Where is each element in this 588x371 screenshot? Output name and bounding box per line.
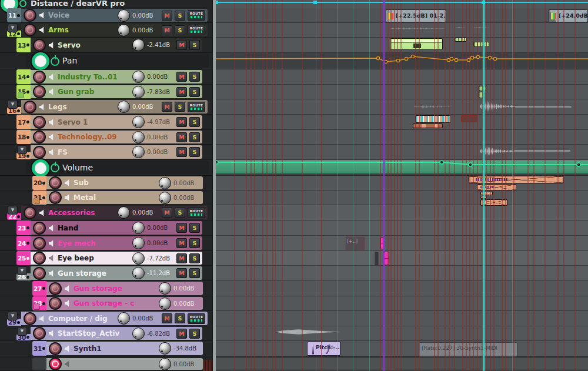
- solo-button[interactable]: S: [189, 117, 200, 127]
- record-arm-button[interactable]: [33, 222, 46, 235]
- volume-knob[interactable]: [118, 101, 130, 113]
- arrange-track-lane[interactable]: [215, 23, 588, 38]
- envelope-circle-icon[interactable]: [32, 52, 49, 70]
- volume-db-value[interactable]: 0.00dB: [173, 361, 201, 367]
- volume-knob[interactable]: [132, 237, 145, 249]
- record-arm-button[interactable]: [33, 267, 46, 280]
- volume-db-value[interactable]: 0.00dB: [147, 225, 174, 231]
- folder-collapse-icon[interactable]: ▼: [17, 145, 27, 154]
- volume-db-value[interactable]: 0.00dB: [147, 73, 174, 80]
- arrange-track-lane[interactable]: [215, 266, 588, 281]
- solo-button[interactable]: S: [175, 11, 185, 21]
- record-monitor-icon[interactable]: [19, 0, 26, 7]
- mute-button[interactable]: M: [162, 25, 172, 35]
- mute-button[interactable]: M: [176, 268, 187, 278]
- volume-envelope-band[interactable]: [215, 161, 588, 173]
- track-row[interactable]: ▼19FS0.00dBMS: [0, 145, 212, 160]
- folder-collapse-icon[interactable]: ▼: [8, 24, 18, 32]
- track-panel[interactable]: Eye mech0.00dBMS: [31, 236, 202, 250]
- track-panel[interactable]: Arms0.00dBMSROUTE: [21, 24, 208, 36]
- volume-db-value[interactable]: 0.00dB: [147, 134, 174, 141]
- solo-button[interactable]: S: [189, 72, 200, 82]
- record-arm-button[interactable]: [33, 146, 46, 159]
- track-number-tab[interactable]: 20: [32, 176, 46, 190]
- track-panel[interactable]: Accessories0.00dBMSROUTE: [21, 206, 208, 219]
- mute-button[interactable]: M: [176, 223, 187, 233]
- volume-db-value[interactable]: 0.00dB: [173, 285, 201, 292]
- arrange-track-lane[interactable]: [215, 205, 588, 220]
- volume-knob[interactable]: [132, 327, 145, 340]
- record-arm-button[interactable]: [33, 85, 46, 98]
- folder-collapse-icon[interactable]: ▼: [8, 206, 18, 215]
- track-row[interactable]: ▼26Gun storage-11.2dBMS: [0, 266, 212, 281]
- track-panel[interactable]: Metal0.00dB: [46, 191, 203, 204]
- track-number-tab[interactable]: 18: [16, 130, 31, 144]
- record-arm-button[interactable]: [49, 357, 62, 370]
- folder-collapse-icon[interactable]: ▼: [8, 100, 18, 109]
- track-row[interactable]: ▼22Accessories0.00dBMSROUTE: [0, 205, 212, 220]
- track-row[interactable]: Volume: [0, 160, 212, 176]
- track-name[interactable]: Synth1: [74, 345, 156, 353]
- mute-button[interactable]: M: [176, 147, 187, 157]
- solo-button[interactable]: S: [175, 208, 185, 218]
- record-arm-button[interactable]: [49, 342, 62, 355]
- track-panel[interactable]: Industry To..010.00dBMS: [31, 70, 202, 83]
- track-panel[interactable]: Gun storage - c0.00dB: [46, 297, 203, 310]
- track-row[interactable]: ▼29Computer / dig0.00dBMSROUTE: [0, 311, 212, 326]
- track-number-tab[interactable]: 27: [32, 281, 46, 296]
- arrange-view[interactable]: [+22.5dB] 01-2...[+24.0dB][+..]Pitch:-..…: [215, 0, 588, 371]
- track-name[interactable]: Sub: [74, 179, 156, 187]
- route-button[interactable]: ROUTE: [188, 102, 205, 112]
- volume-db-value[interactable]: -4.97dB: [147, 119, 174, 125]
- record-arm-button[interactable]: [33, 131, 46, 143]
- track-number-tab[interactable]: 17: [16, 115, 31, 129]
- record-arm-button[interactable]: [49, 191, 62, 204]
- volume-knob[interactable]: [159, 298, 171, 310]
- volume-knob[interactable]: [159, 177, 171, 189]
- solo-button[interactable]: S: [189, 147, 200, 157]
- solo-button[interactable]: S: [189, 223, 200, 233]
- volume-knob[interactable]: [159, 342, 171, 355]
- track-panel[interactable]: Hand0.00dBMS: [31, 221, 202, 235]
- arrange-track-lane[interactable]: [215, 251, 588, 266]
- volume-db-value[interactable]: -6.82dB: [147, 330, 174, 337]
- track-name[interactable]: Voice: [48, 11, 115, 19]
- volume-db-value[interactable]: 0.00dB: [132, 315, 159, 322]
- track-number-tab[interactable]: 23: [16, 220, 31, 235]
- track-name[interactable]: Gun storage: [58, 269, 130, 278]
- track-row[interactable]: 0.00dB: [0, 357, 212, 371]
- record-arm-button[interactable]: [33, 39, 46, 52]
- track-panel[interactable]: StartStop_Activ-6.82dBMS: [31, 327, 202, 340]
- volume-db-value[interactable]: -11.2dB: [147, 270, 174, 276]
- record-arm-button[interactable]: [33, 252, 46, 265]
- track-row[interactable]: 17Servo 1-4.97dBMS: [0, 115, 212, 130]
- solo-button[interactable]: S: [189, 329, 200, 339]
- record-arm-button[interactable]: [49, 176, 62, 189]
- track-name[interactable]: Accessories: [48, 209, 115, 217]
- parent-track-header[interactable]: Distance / dearVR pro: [0, 0, 212, 8]
- volume-knob[interactable]: [132, 252, 145, 265]
- volume-knob[interactable]: [132, 222, 145, 234]
- track-row[interactable]: ▼16Legs0.00dBMSROUTE: [0, 99, 212, 115]
- arrange-track-lane[interactable]: [215, 53, 588, 69]
- track-panel[interactable]: Servo-2.41dBMS: [31, 38, 202, 52]
- track-panel[interactable]: Synth1-34.8dB: [46, 342, 203, 355]
- record-arm-button[interactable]: [24, 101, 36, 113]
- arrange-track-lane[interactable]: [215, 296, 588, 311]
- media-item[interactable]: [514, 150, 570, 152]
- record-arm-button[interactable]: [33, 327, 46, 340]
- record-arm-button[interactable]: [49, 282, 62, 295]
- volume-db-value[interactable]: -2.41dB: [147, 42, 174, 48]
- mute-button[interactable]: M: [176, 253, 187, 263]
- track-row[interactable]: ▼30StartStop_Activ-6.82dBMS: [0, 326, 212, 341]
- solo-button[interactable]: S: [175, 102, 185, 112]
- track-panel[interactable]: Gun storage-11.2dBMS: [31, 266, 202, 280]
- record-arm-button[interactable]: [33, 71, 46, 83]
- media-item[interactable]: [+24.0dB]: [549, 9, 588, 22]
- track-panel[interactable]: Sub0.00dB: [46, 176, 203, 189]
- arrange-track-lane[interactable]: [215, 145, 588, 160]
- record-arm-button[interactable]: [24, 312, 36, 325]
- volume-db-value[interactable]: 0.00dB: [173, 180, 201, 186]
- volume-knob[interactable]: [159, 282, 171, 295]
- volume-db-value[interactable]: 0.00dB: [173, 195, 201, 201]
